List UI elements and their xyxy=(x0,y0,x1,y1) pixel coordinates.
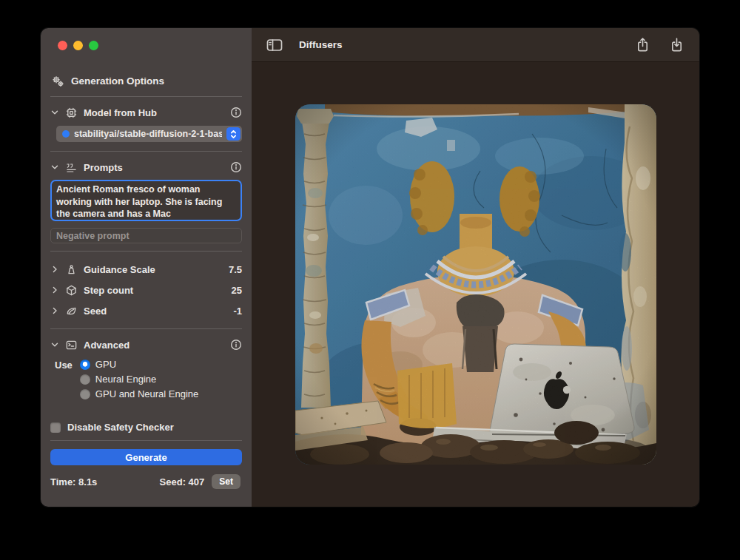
toolbar: Diffusers xyxy=(252,28,699,62)
model-select[interactable]: stabilityai/stable-diffusion-2-1-base xyxy=(56,126,242,142)
model-status-dot xyxy=(62,130,70,138)
step-count-value: 25 xyxy=(232,285,242,296)
terminal-icon xyxy=(65,339,78,351)
prompts-section-row[interactable]: Prompts xyxy=(50,159,242,175)
sidebar: Generation Options Model from Hub stabil… xyxy=(41,28,252,507)
divider xyxy=(50,96,242,97)
safety-checkbox-label: Disable Safety Checker xyxy=(67,422,174,433)
info-icon[interactable] xyxy=(230,161,242,173)
advanced-section-label: Advanced xyxy=(84,340,130,351)
compute-unit-group: Use GPU Neural Engine GPU and Neural Eng… xyxy=(55,359,242,399)
radio-button[interactable] xyxy=(80,389,90,399)
step-count-label: Step count xyxy=(84,285,133,296)
chevron-right-icon[interactable] xyxy=(50,265,59,274)
radio-button[interactable] xyxy=(80,360,90,370)
chevron-right-icon[interactable] xyxy=(50,306,59,315)
minimize-button[interactable] xyxy=(73,41,83,50)
step-count-row[interactable]: Step count 25 xyxy=(50,282,242,298)
leaf-icon xyxy=(65,305,78,317)
divider xyxy=(50,328,242,329)
generated-image xyxy=(295,104,656,465)
chevron-down-icon[interactable] xyxy=(50,340,59,349)
zoom-button[interactable] xyxy=(89,41,98,50)
radio-button[interactable] xyxy=(80,374,90,385)
negative-prompt-input[interactable] xyxy=(50,228,242,243)
use-label: Use xyxy=(55,359,73,399)
sidebar-title: Generation Options xyxy=(71,75,164,87)
radio-gpu[interactable]: GPU xyxy=(80,359,198,370)
set-seed-button[interactable]: Set xyxy=(212,474,240,489)
app-window: Generation Options Model from Hub stabil… xyxy=(41,28,699,507)
safety-checkbox[interactable] xyxy=(50,422,61,433)
chevron-down-icon[interactable] xyxy=(50,108,59,117)
chevron-right-icon[interactable] xyxy=(50,286,59,294)
seed-row[interactable]: Seed -1 xyxy=(50,303,242,319)
gears-icon xyxy=(52,75,64,87)
select-chevrons-icon[interactable] xyxy=(226,127,240,141)
divider xyxy=(50,440,242,441)
info-icon[interactable] xyxy=(230,107,242,118)
scale-icon xyxy=(65,263,78,276)
close-button[interactable] xyxy=(58,41,67,50)
model-select-value: stabilityai/stable-diffusion-2-1-base xyxy=(74,129,222,139)
time-status: Time: 8.1s xyxy=(50,476,97,488)
guidance-scale-value: 7.5 xyxy=(229,264,242,275)
prompt-input[interactable]: Ancient Roman fresco of woman working wi… xyxy=(50,180,242,221)
seed-value: -1 xyxy=(233,306,242,317)
cube-icon xyxy=(65,284,78,297)
window-title: Diffusers xyxy=(299,39,343,50)
sidebar-toggle-icon[interactable] xyxy=(266,36,283,54)
image-canvas xyxy=(252,62,699,507)
guidance-scale-label: Guidance Scale xyxy=(84,264,155,275)
chevron-down-icon[interactable] xyxy=(50,163,59,172)
seed-label: Seed xyxy=(84,306,107,317)
chip-icon xyxy=(65,107,78,119)
divider xyxy=(50,251,242,252)
safety-checker-row[interactable]: Disable Safety Checker xyxy=(50,422,242,433)
traffic-lights xyxy=(58,41,242,50)
guidance-scale-row[interactable]: Guidance Scale 7.5 xyxy=(50,261,242,277)
advanced-section-row[interactable]: Advanced xyxy=(50,337,242,353)
radio-gpu-and-neural-engine[interactable]: GPU and Neural Engine xyxy=(80,388,198,399)
text-quote-icon xyxy=(65,161,78,174)
status-bar: Time: 8.1s Seed: 407 Set xyxy=(50,474,240,489)
info-icon[interactable] xyxy=(230,339,242,351)
sidebar-header: Generation Options xyxy=(52,75,242,87)
divider xyxy=(50,151,242,152)
generate-button[interactable]: Generate xyxy=(50,449,242,465)
main-content: Diffusers xyxy=(252,28,699,507)
share-icon[interactable] xyxy=(634,36,650,54)
radio-neural-engine[interactable]: Neural Engine xyxy=(80,374,198,385)
model-section-row[interactable]: Model from Hub xyxy=(50,104,242,121)
model-section-label: Model from Hub xyxy=(84,107,157,118)
prompts-section-label: Prompts xyxy=(84,162,123,173)
seed-status: Seed: 407 xyxy=(160,476,205,488)
save-icon[interactable] xyxy=(668,36,684,54)
